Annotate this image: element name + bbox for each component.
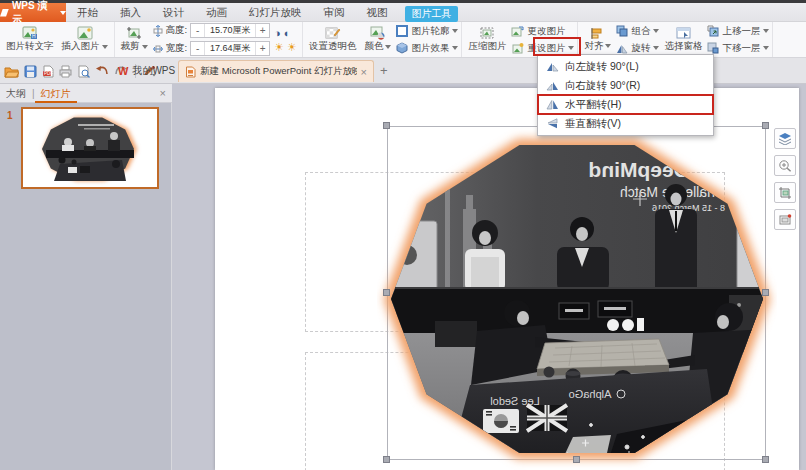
width-label: 宽度:: [166, 42, 188, 55]
resize-handle-top-right[interactable]: [762, 122, 769, 129]
slide[interactable]: gle DeepMind Challenge Match 8 - 15 Marc…: [215, 88, 799, 470]
menu-item-flip-vertical[interactable]: 垂直翻转(V): [538, 114, 713, 133]
compress-picture-button[interactable]: 压缩图片: [465, 23, 509, 57]
tab-slideshow[interactable]: 幻灯片放映: [238, 3, 313, 22]
tab-slides[interactable]: 幻灯片: [35, 84, 77, 103]
set-transparent-button[interactable]: 设置透明色: [306, 23, 360, 57]
height-spin-row: 高度: - 15.70厘米 +: [153, 23, 271, 38]
crop-icon: [126, 26, 142, 40]
width-spinner: - 17.64厘米 +: [190, 41, 270, 56]
zoom-button[interactable]: [774, 155, 796, 176]
print-icon[interactable]: [59, 65, 72, 78]
change-reset-stack: 更改图片 重设图片: [511, 24, 574, 55]
outline-effects-stack: 图片轮廓 图片效果: [396, 24, 458, 55]
wps-presentation-window: WPS 演示 开始 插入 设计 动画 幻灯片放映 审阅 视图 特色功能 图片工具…: [0, 0, 806, 470]
floating-tool-column: [774, 128, 798, 236]
export-pdf-icon[interactable]: PDF: [42, 65, 54, 78]
crop-button[interactable]: 裁剪: [118, 23, 151, 57]
svg-text:AlphaGo: AlphaGo: [569, 388, 612, 400]
reset-picture-button[interactable]: 重设图片: [511, 41, 574, 55]
align-button[interactable]: 对齐: [581, 23, 614, 57]
canvas-size-button[interactable]: [774, 209, 796, 230]
resize-handle-bottom-left[interactable]: [383, 456, 390, 463]
chevron-down-icon: [605, 44, 611, 48]
close-panel-icon[interactable]: ×: [160, 87, 166, 99]
pic-to-text-button[interactable]: H 图片转文字: [3, 23, 57, 57]
send-backward-button[interactable]: 下移一层: [707, 41, 769, 55]
crop-tool-button[interactable]: [774, 182, 796, 203]
height-increment-button[interactable]: +: [256, 24, 269, 37]
rotate-button[interactable]: 旋转: [616, 41, 659, 55]
adjust-toggles: ◑ ◐ ☀ ☀: [272, 27, 299, 53]
korea-flag: [483, 409, 519, 433]
main-area: 大纲 | 幻灯片 × 1: [0, 84, 806, 470]
group-button[interactable]: 组合: [616, 24, 659, 38]
tab-picture-tools[interactable]: 图片工具: [405, 6, 458, 22]
insert-picture-button[interactable]: 插入图片: [59, 23, 111, 57]
selection-pane-button[interactable]: 选择窗格: [661, 23, 705, 57]
width-value[interactable]: 17.64厘米: [204, 42, 256, 55]
resize-handle-bottom-right[interactable]: [762, 456, 769, 463]
selected-picture[interactable]: gle DeepMind Challenge Match 8 - 15 Marc…: [377, 117, 777, 470]
ribbon-group-style: 设置透明色 颜色 图片轮廓 图片效果: [303, 22, 463, 57]
resize-handle-bottom-middle[interactable]: [573, 456, 580, 463]
change-picture-button[interactable]: 更改图片: [511, 24, 574, 38]
height-decrement-button[interactable]: -: [191, 24, 204, 37]
my-wps-label: 我的WPS: [132, 64, 175, 78]
wps-app-button[interactable]: WPS 演示: [0, 3, 66, 22]
picture-effects-button[interactable]: 图片效果: [396, 41, 458, 55]
height-icon: [153, 25, 163, 37]
resize-handle-top-left[interactable]: [383, 122, 390, 129]
tab-design[interactable]: 设计: [152, 3, 195, 22]
close-tab-icon[interactable]: ×: [361, 66, 367, 78]
document-tab[interactable]: 新建 Microsoft PowerPoint 幻灯片放映.pptx * ×: [178, 60, 374, 82]
group-label: 组合: [631, 25, 650, 38]
slide-thumbnail[interactable]: [21, 107, 159, 189]
picture-effects-icon: [396, 42, 408, 54]
ribbon-group-arrange: 对齐 组合 旋转 选择窗格: [578, 22, 773, 57]
transparent-color-icon: [325, 26, 341, 40]
tab-review[interactable]: 审阅: [313, 3, 356, 22]
rotate-label: 旋转: [631, 42, 650, 55]
align-icon: [591, 27, 605, 40]
width-spin-row: 宽度: - 17.64厘米 +: [153, 41, 271, 56]
chevron-down-icon: [568, 46, 574, 50]
tab-outline[interactable]: 大纲: [0, 84, 32, 103]
color-button[interactable]: 颜色: [361, 23, 394, 57]
print-preview-icon[interactable]: [77, 65, 90, 78]
rotate-right-90-icon: [546, 80, 559, 91]
flip-vertical-icon: [546, 118, 559, 129]
selection-pane-icon: [676, 27, 691, 40]
menu-item-label: 垂直翻转(V): [565, 117, 621, 131]
tab-insert[interactable]: 插入: [109, 3, 152, 22]
bring-forward-button[interactable]: 上移一层: [707, 24, 769, 38]
save-icon[interactable]: [24, 65, 37, 78]
picture-outline-button[interactable]: 图片轮廓: [396, 24, 458, 38]
width-increment-button[interactable]: +: [256, 42, 269, 55]
side-equipment: [435, 321, 477, 347]
pic-to-text-label: 图片转文字: [6, 40, 54, 53]
layers-button[interactable]: [774, 128, 796, 149]
canvas-size-icon: [778, 213, 792, 226]
brightness-icons[interactable]: ☀ ☀: [274, 41, 297, 53]
my-wps-tab[interactable]: W 我的WPS: [112, 61, 181, 81]
menu-item-rotate-left-90[interactable]: 向左旋转 90°(L): [538, 57, 713, 76]
new-tab-button[interactable]: +: [380, 63, 388, 78]
menu-item-rotate-right-90[interactable]: 向右旋转 90°(R): [538, 76, 713, 95]
open-folder-icon[interactable]: [4, 65, 19, 78]
tab-animation[interactable]: 动画: [195, 3, 238, 22]
resize-handle-middle-right[interactable]: [762, 289, 769, 296]
menu-item-flip-horizontal[interactable]: 水平翻转(H): [538, 95, 713, 114]
undo-icon[interactable]: [95, 65, 109, 77]
chevron-down-icon: [763, 29, 769, 33]
crop-label: 裁剪: [121, 40, 140, 53]
tab-home[interactable]: 开始: [66, 3, 109, 22]
width-decrement-button[interactable]: -: [191, 42, 204, 55]
slide-panel-header: 大纲 | 幻灯片 ×: [0, 84, 172, 103]
picture-outline-icon: [396, 25, 408, 37]
height-value[interactable]: 15.70厘米: [204, 24, 256, 37]
contrast-icons[interactable]: ◑ ◐: [274, 27, 297, 39]
resize-handle-middle-left[interactable]: [383, 289, 390, 296]
change-picture-icon: [511, 25, 524, 37]
tab-view[interactable]: 视图: [356, 3, 399, 22]
